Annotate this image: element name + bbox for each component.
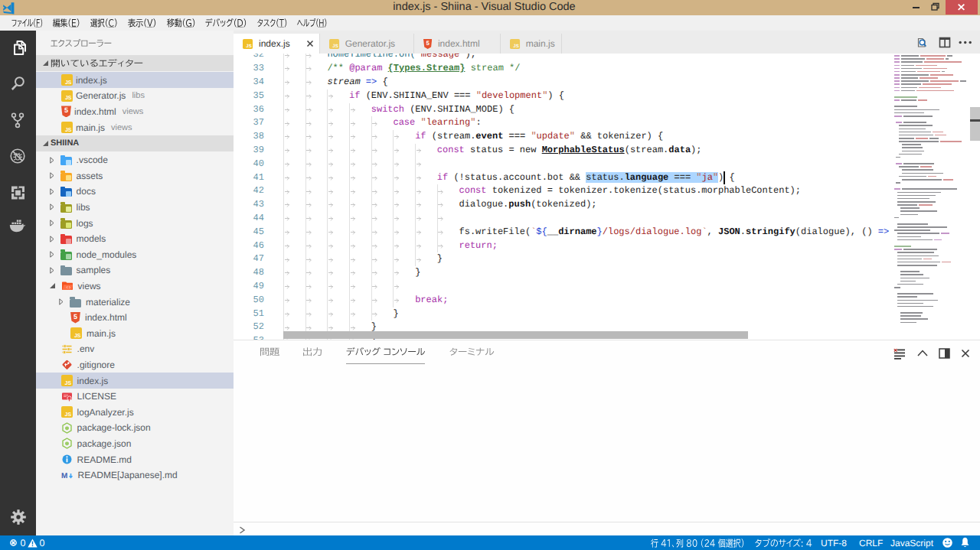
svg-text:M: M (61, 472, 67, 480)
